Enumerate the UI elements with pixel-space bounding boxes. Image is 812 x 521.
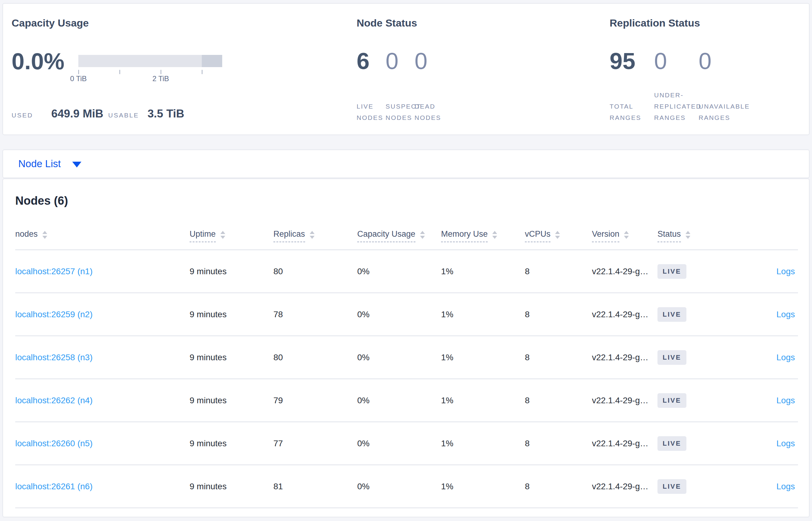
logs-link[interactable]: Logs (777, 310, 795, 319)
tick-label-2: 2 TiB (152, 74, 169, 83)
status-badge: LIVE (658, 350, 687, 365)
capacity-bar-tail (202, 55, 222, 67)
column-label: nodes (15, 229, 38, 242)
replicas-cell: 80 (273, 336, 357, 379)
stat-label: SUSPECT NODES (386, 101, 414, 123)
stat-label: DEAD NODES (414, 101, 444, 123)
column-label: Version (592, 229, 619, 242)
capacity-usage-cell: 0% (357, 465, 441, 508)
column-header[interactable]: Status (658, 222, 727, 250)
capacity-ticks (78, 67, 222, 74)
table-row: localhost:26259 (n2) 9 minutes 78 0% 1% … (15, 293, 798, 336)
sort-icon[interactable] (492, 231, 497, 239)
node-link[interactable]: localhost:26258 (n3) (15, 353, 93, 362)
sort-icon[interactable] (555, 231, 560, 239)
version-cell: v22.1.4-29-g… (592, 336, 658, 379)
logs-link[interactable]: Logs (777, 353, 795, 362)
status-badge: LIVE (658, 436, 687, 451)
nodes-card: Nodes (6) nodes Uptim (2, 178, 810, 517)
memory-use-cell: 1% (441, 422, 525, 465)
logs-link[interactable]: Logs (777, 439, 795, 448)
version-cell: v22.1.4-29-g… (592, 379, 658, 422)
replicas-cell: 79 (273, 379, 357, 422)
table-header-row: nodes Uptime Replicas (15, 222, 798, 250)
node-link[interactable]: localhost:26262 (n4) (15, 395, 93, 405)
column-label: vCPUs (525, 229, 550, 242)
replication-status-item: 0 UNDER-REPLICATED RANGES (654, 49, 699, 123)
capacity-percent: 0.0% (11, 49, 64, 84)
capacity-usage-cell: 0% (357, 336, 441, 379)
capacity-bar (78, 55, 222, 67)
sort-icon[interactable] (220, 231, 225, 239)
column-label: Uptime (190, 229, 216, 242)
column-header[interactable]: nodes (15, 222, 190, 250)
usable-value: 3.5 TiB (147, 107, 184, 120)
table-row: localhost:26260 (n5) 9 minutes 77 0% 1% … (15, 422, 798, 465)
column-header[interactable]: Uptime (190, 222, 273, 250)
node-link[interactable]: localhost:26261 (n6) (15, 482, 93, 491)
capacity-usage-cell: 0% (357, 422, 441, 465)
uptime-cell: 9 minutes (190, 293, 273, 336)
sort-icon[interactable] (310, 231, 315, 239)
vcpus-cell: 8 (525, 379, 592, 422)
stat-value: 0 (699, 49, 766, 73)
sort-icon[interactable] (42, 231, 47, 239)
table-row: localhost:26257 (n1) 9 minutes 80 0% 1% … (15, 250, 798, 293)
column-label: Status (658, 229, 681, 242)
column-header[interactable]: vCPUs (525, 222, 592, 250)
node-link[interactable]: localhost:26260 (n5) (15, 439, 93, 448)
memory-use-cell: 1% (441, 250, 525, 293)
sort-icon[interactable] (420, 231, 425, 239)
uptime-cell: 9 minutes (190, 336, 273, 379)
view-selector-card: Node List (2, 150, 810, 178)
logs-link[interactable]: Logs (777, 482, 795, 491)
column-header[interactable]: Capacity Usage (357, 222, 441, 250)
stat-label: UNDER-REPLICATED RANGES (654, 89, 699, 123)
usable-label: USABLE (108, 112, 139, 119)
column-label: Memory Use (441, 229, 488, 242)
node-cell: localhost:26257 (n1) (15, 250, 190, 293)
capacity-usage-cell: 0% (357, 250, 441, 293)
table-row: localhost:26262 (n4) 9 minutes 79 0% 1% … (15, 379, 798, 422)
sort-icon[interactable] (624, 231, 629, 239)
version-cell: v22.1.4-29-g… (592, 465, 658, 508)
node-status-stats: 6 LIVE NODES 0 SUSPECT NODES 0 DEAD NODE… (357, 49, 444, 123)
vcpus-cell: 8 (525, 293, 592, 336)
replicas-cell: 78 (273, 293, 357, 336)
status-cell: LIVE (658, 465, 727, 508)
column-header[interactable]: Version (592, 222, 658, 250)
logs-cell: Logs (727, 250, 798, 293)
sort-icon[interactable] (686, 231, 690, 239)
node-link[interactable]: localhost:26257 (n1) (15, 267, 93, 276)
logs-link[interactable]: Logs (777, 395, 795, 405)
view-selector-dropdown[interactable]: Node List (18, 158, 81, 169)
node-cell: localhost:26261 (n6) (15, 465, 190, 508)
chevron-down-icon (72, 162, 81, 167)
capacity-gauge: 0.0% 0 TiB 2 TiB (11, 49, 222, 84)
column-header[interactable] (727, 222, 798, 250)
stat-value: 0 (414, 49, 444, 73)
column-header[interactable]: Memory Use (441, 222, 525, 250)
logs-cell: Logs (727, 379, 798, 422)
replicas-cell: 80 (273, 250, 357, 293)
replication-status-item: 95 TOTAL RANGES (610, 49, 654, 123)
node-status-title: Node Status (357, 17, 417, 29)
column-header[interactable]: Replicas (273, 222, 357, 250)
logs-link[interactable]: Logs (777, 267, 795, 276)
vcpus-cell: 8 (525, 465, 592, 508)
status-cell: LIVE (658, 422, 727, 465)
capacity-bar-chart: 0 TiB 2 TiB (78, 49, 222, 84)
stat-value: 0 (386, 49, 414, 73)
stat-label: UNAVAILABLE RANGES (699, 101, 766, 123)
nodes-table: nodes Uptime Replicas (15, 222, 798, 508)
uptime-cell: 9 minutes (190, 379, 273, 422)
node-link[interactable]: localhost:26259 (n2) (15, 310, 93, 319)
capacity-usage-title: Capacity Usage (11, 17, 89, 29)
stat-value: 95 (610, 49, 654, 73)
used-label: USED (11, 112, 33, 119)
stat-label: LIVE NODES (357, 101, 386, 123)
tick-label-0: 0 TiB (70, 74, 87, 83)
memory-use-cell: 1% (441, 379, 525, 422)
logs-cell: Logs (727, 293, 798, 336)
vcpus-cell: 8 (525, 336, 592, 379)
